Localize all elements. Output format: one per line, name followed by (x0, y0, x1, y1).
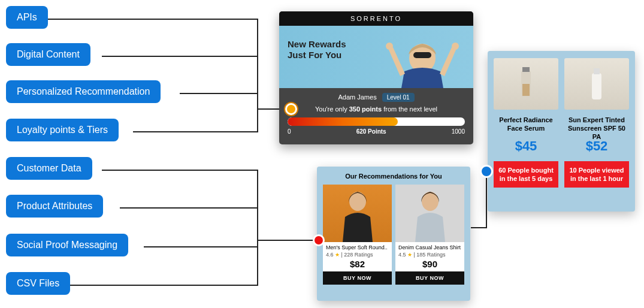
product-name: Denim Casual Jeans Shirt (398, 244, 461, 250)
skin-price: $52 (586, 138, 608, 154)
skincare-card: Perfect Radiance Face Serum$4560 People … (488, 51, 635, 212)
skin-price: $45 (515, 138, 537, 154)
source-pill-7: CSV Files (6, 272, 70, 295)
progress-labels: 0 620 Points 1000 (288, 128, 465, 135)
svg-rect-10 (594, 68, 600, 74)
buy-now-button[interactable]: BUY NOW (395, 271, 464, 285)
source-pill-4: Customer Data (6, 157, 92, 180)
product-rating: 4.6 ★ | 228 Ratings (326, 252, 389, 258)
msg-post: from the next level (382, 105, 437, 113)
svg-rect-1 (413, 52, 431, 58)
product-image (323, 185, 392, 242)
headline-line-1: New Rewards (288, 39, 346, 49)
msg-pre: You're only (315, 105, 349, 113)
rec-product-0: Men's Super Soft Round..4.6 ★ | 228 Rati… (323, 185, 392, 285)
source-pill-5: Product Attributes (6, 195, 103, 218)
source-pill-2: Personalized Recommendation (6, 80, 161, 103)
skin-name: Perfect Radiance Face Serum (494, 116, 558, 132)
svg-rect-9 (592, 73, 601, 99)
red-dot-icon (313, 234, 325, 246)
progress-message: You're only 350 points from the next lev… (288, 105, 465, 113)
orange-dot-icon (285, 103, 297, 115)
svg-rect-8 (522, 84, 530, 96)
social-proof-banner: 60 People bought in the last 5 days (494, 161, 558, 188)
star-icon: ★ (335, 252, 340, 258)
product-name: Men's Super Soft Round.. (326, 244, 389, 250)
rewards-hero: New Rewards Just For You (279, 26, 473, 88)
msg-bold: 350 points (349, 105, 382, 113)
svg-point-4 (349, 192, 366, 211)
product-rating: 4.5 ★ | 185 Ratings (398, 252, 461, 258)
product-image (395, 185, 464, 242)
buy-now-button[interactable]: BUY NOW (323, 271, 392, 285)
person-illustration (377, 29, 467, 88)
level-badge: Level 01 (382, 93, 415, 102)
blue-dot-icon (480, 165, 493, 178)
social-proof-banner: 10 People viewed in the last 1 hour (564, 161, 629, 188)
points-min: 0 (288, 128, 291, 135)
progress-bar (288, 117, 465, 126)
source-pill-3: Loyalty points & Tiers (6, 119, 119, 141)
rec-product-1: Denim Casual Jeans Shirt4.5 ★ | 185 Rati… (395, 185, 464, 285)
svg-rect-7 (522, 67, 530, 72)
skin-product-1: Sun Expert Tinted Sunscreen SPF 50 PA$52… (564, 58, 629, 204)
user-row: Adam James Level 01 (288, 93, 465, 102)
svg-point-3 (452, 43, 459, 50)
points-max: 1000 (452, 128, 465, 135)
rewards-card: SORRENTO New Rewards Just For You Adam J… (279, 11, 473, 144)
recs-title: Our Recommendations for You (323, 173, 464, 180)
svg-point-5 (422, 192, 439, 211)
source-pill-1: Digital Content (6, 43, 90, 66)
source-pill-6: Social Proof Messaging (6, 234, 128, 256)
svg-point-2 (386, 43, 393, 50)
skin-name: Sun Expert Tinted Sunscreen SPF 50 PA (564, 116, 629, 132)
skin-product-0: Perfect Radiance Face Serum$4560 People … (494, 58, 558, 204)
product-price: $90 (398, 259, 461, 269)
skin-image (564, 58, 629, 110)
points-current: 620 Points (356, 128, 386, 135)
star-icon: ★ (407, 252, 412, 258)
recommendations-card: Our Recommendations for You Men's Super … (317, 167, 470, 301)
user-name: Adam James (338, 93, 376, 101)
brand-bar: SORRENTO (279, 11, 473, 26)
product-price: $82 (326, 259, 389, 269)
headline-line-2: Just For You (288, 50, 341, 60)
skin-image (494, 58, 558, 110)
source-pill-0: APIs (6, 6, 48, 29)
